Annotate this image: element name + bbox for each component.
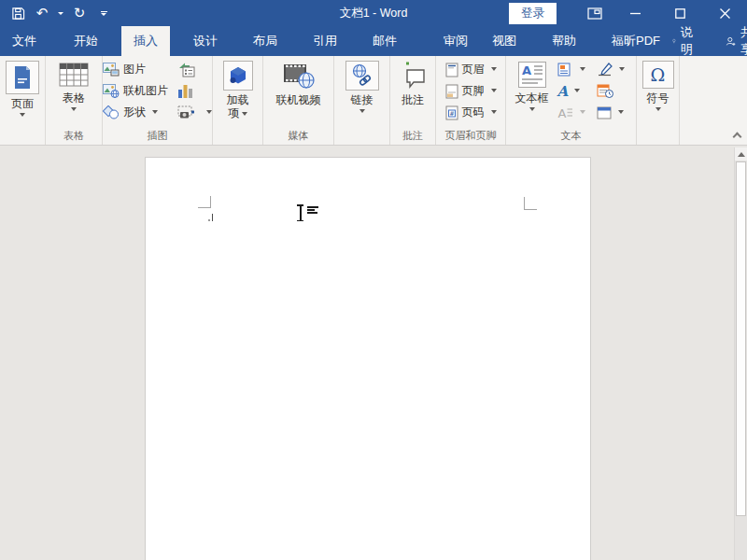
signature-line-icon [597, 63, 613, 77]
share-button[interactable]: 共享 [726, 24, 747, 58]
comment-button[interactable]: 批注 [398, 59, 428, 106]
symbol-button[interactable]: Ω 符号 [642, 59, 674, 111]
undo-dropdown-button[interactable] [56, 3, 65, 23]
tab-design[interactable]: 设计 [181, 26, 230, 56]
header-label: 页眉 [462, 62, 485, 77]
links-button[interactable]: 链接 [345, 59, 379, 113]
pages-label: 页面 [11, 97, 34, 110]
text-box-button[interactable]: A 文本框 [515, 59, 549, 111]
undo-icon: ↶ [36, 7, 49, 21]
group-label-symbols [637, 129, 679, 145]
addins-button[interactable]: 加载 项 [223, 59, 253, 119]
minimize-button[interactable] [613, 0, 657, 26]
maximize-button[interactable] [657, 0, 702, 26]
object-icon [597, 106, 612, 119]
header-button[interactable]: 页眉 [443, 59, 500, 80]
group-media: 联机视频 媒体 [263, 56, 334, 145]
date-time-button[interactable] [594, 80, 627, 102]
screenshot-button[interactable] [175, 102, 215, 123]
page-number-button[interactable]: # 页码 [443, 102, 500, 123]
chevron-down-icon [619, 67, 625, 71]
group-label-header-footer: 页眉和页脚 [436, 129, 505, 145]
vertical-scrollbar[interactable] [734, 147, 747, 560]
signature-line-button[interactable] [594, 59, 627, 80]
group-label-text: 文本 [506, 129, 636, 145]
ribbon: 页面 表格 [0, 56, 747, 146]
wordart-icon: A [557, 83, 569, 100]
object-button[interactable] [594, 102, 627, 123]
scrollbar-thumb[interactable] [736, 161, 746, 516]
svg-text:A: A [557, 106, 566, 119]
scroll-up-icon [738, 152, 745, 157]
shapes-button[interactable]: 形状 [100, 102, 171, 123]
footer-icon [445, 84, 458, 99]
drop-cap-icon: A [557, 106, 573, 119]
insertion-caret [212, 214, 213, 221]
online-pictures-icon [103, 84, 120, 98]
pictures-icon [103, 63, 120, 77]
smartart-button[interactable] [175, 59, 215, 80]
group-table: 表格 表格 [46, 56, 103, 145]
lightbulb-icon [672, 34, 676, 49]
minimize-icon [630, 8, 641, 19]
tab-references[interactable]: 引用 [301, 26, 349, 56]
group-label-pages [0, 129, 45, 145]
table-button[interactable]: 表格 [58, 59, 90, 111]
tab-layout[interactable]: 布局 [241, 26, 289, 56]
tab-mailings[interactable]: 邮件 [360, 26, 409, 56]
chevron-down-icon [491, 67, 497, 71]
group-label-media: 媒体 [263, 129, 333, 145]
tab-view[interactable]: 视图 [480, 26, 529, 56]
tab-foxit-pdf[interactable]: 福昕PDF [599, 26, 672, 56]
word-window: ↶ ↻ 文档1 - Word 登录 [0, 0, 747, 560]
save-button[interactable] [7, 3, 28, 23]
document-area [0, 146, 747, 560]
close-button[interactable] [702, 0, 747, 26]
online-pictures-label: 联机图片 [123, 83, 168, 99]
tab-help[interactable]: 帮助 [540, 26, 588, 56]
maximize-icon [675, 8, 685, 19]
quick-parts-button[interactable] [555, 59, 588, 80]
comment-icon [398, 61, 428, 91]
sign-in-button[interactable]: 登录 [509, 3, 557, 24]
margin-mark-top-right-vertical [524, 197, 525, 209]
chevron-down-icon [359, 109, 365, 113]
footer-label: 页脚 [462, 83, 485, 99]
customize-qat-button[interactable] [93, 3, 114, 23]
online-video-button[interactable]: 联机视频 [276, 59, 321, 106]
online-pictures-button[interactable]: 联机图片 [100, 80, 171, 102]
chevron-down-icon [58, 12, 63, 15]
drop-cap-button[interactable]: A [555, 102, 588, 123]
chevron-down-icon [529, 107, 535, 111]
online-video-icon [282, 61, 316, 91]
chevron-down-icon [655, 107, 661, 111]
chevron-down-icon [574, 89, 580, 92]
share-person-icon [726, 35, 736, 49]
group-symbols: Ω 符号 [637, 56, 680, 145]
window-title: 文档1 - Word [340, 6, 408, 21]
redo-button[interactable]: ↻ [69, 3, 90, 23]
chevron-down-icon [20, 113, 25, 117]
chart-button[interactable] [175, 80, 215, 102]
share-label: 共享 [740, 24, 747, 58]
symbol-label: 符号 [647, 91, 669, 105]
ribbon-display-options-button[interactable] [577, 0, 613, 26]
pictures-button[interactable]: 图片 [100, 59, 171, 80]
quick-access-toolbar: ↶ ↻ [0, 3, 114, 23]
smartart-icon [177, 62, 196, 77]
margin-mark-top-left-horizontal [198, 207, 211, 208]
tab-home[interactable]: 开始 [62, 26, 110, 56]
scroll-up-button[interactable] [735, 147, 747, 161]
group-text: A 文本框 [506, 56, 637, 145]
undo-button[interactable]: ↶ [32, 3, 52, 23]
screenshot-icon [177, 105, 200, 119]
footer-button[interactable]: 页脚 [443, 80, 500, 102]
group-addins: 加载 项 [213, 56, 263, 145]
tab-review[interactable]: 审阅 [431, 26, 480, 56]
collapse-ribbon-button[interactable] [734, 133, 740, 140]
pages-button[interactable]: 页面 [6, 59, 39, 117]
wordart-button[interactable]: A [555, 80, 588, 102]
tab-file[interactable]: 文件 [0, 26, 49, 56]
group-illustrations: 图片 联机图片 [103, 56, 213, 145]
tab-insert[interactable]: 插入 [121, 26, 170, 56]
